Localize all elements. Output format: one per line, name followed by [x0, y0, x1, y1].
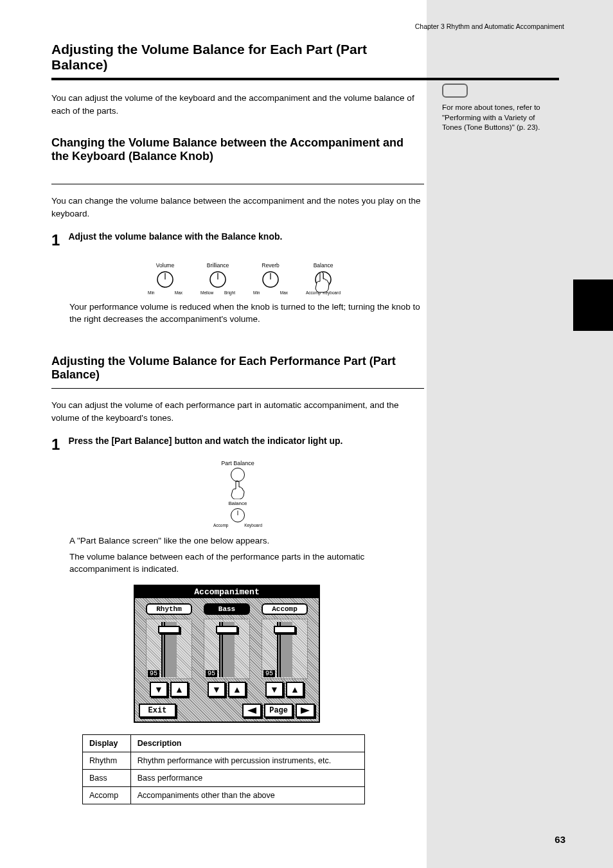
step-instruction: Adjust the volume balance with the Balan…: [68, 231, 409, 242]
section-title: Adjusting the Volume Balance for Each Pa…: [51, 42, 424, 73]
table-row: Rhythm Rhythm performance with percussio…: [83, 752, 365, 769]
accomp-slider: Accomp 95 ▼ ▲: [262, 603, 308, 698]
rhythm-slider: Rhythm 95 ▼ ▲: [146, 603, 192, 698]
table-row: Bass Bass performance: [83, 769, 365, 786]
body-text: Your performance volume is reduced when …: [69, 301, 424, 326]
step-number: 1: [51, 231, 66, 249]
part-balance-button-figure: Part Balance Balance AccompKeyboard: [212, 460, 263, 527]
figure-label: Balance: [212, 500, 263, 506]
divider: [51, 388, 424, 389]
step-instruction: Press the [Part Balance] button and watc…: [68, 436, 409, 446]
body-text: You can adjust the volume of each perfor…: [51, 399, 424, 424]
subsection-title: Adjusting the Volume Balance for Each Pe…: [51, 355, 424, 382]
screen-title: Accompaniment: [135, 586, 319, 598]
volume-knob: Volume MinMax: [148, 262, 182, 295]
down-arrow-button: ▼: [150, 682, 168, 697]
down-arrow-button: ▼: [265, 682, 283, 697]
knob-icon: [208, 270, 227, 289]
subsection-title: Changing the Volume Balance between the …: [51, 136, 424, 163]
parts-description-table: Display Description Rhythm Rhythm perfor…: [82, 734, 365, 804]
table-header: Description: [130, 734, 364, 752]
svg-marker-9: [247, 707, 256, 714]
bass-slider: Bass 95 ▼ ▲: [204, 603, 250, 698]
body-text: A "Part Balance screen" like the one bel…: [69, 535, 424, 547]
up-arrow-button: ▲: [228, 682, 246, 697]
balance-knob: Balance AccompKeyboard: [306, 262, 341, 295]
page-next-button: [296, 704, 315, 718]
body-text: The volume balance between each of the p…: [69, 551, 424, 576]
table-row: Accomp Accompaniments other than the abo…: [83, 786, 365, 804]
page-number: 63: [555, 834, 565, 845]
page-prev-button: [242, 704, 262, 718]
down-arrow-button: ▼: [208, 682, 226, 697]
margin-note: For more about tones, refer to "Performi…: [442, 103, 551, 133]
up-arrow-button: ▲: [170, 682, 188, 697]
exit-button: Exit: [139, 704, 176, 718]
memo-icon: [442, 84, 468, 98]
pointing-hand-icon: [230, 480, 245, 499]
lcd-screen-figure: Accompaniment Rhythm 95 ▼ ▲ Bass 95: [134, 585, 320, 723]
intro-text: You can adjust the volume of the keyboar…: [51, 92, 424, 117]
step-row: 1 Adjust the volume balance with the Bal…: [51, 231, 424, 249]
knob-icon: [155, 270, 175, 289]
divider: [51, 78, 559, 80]
table-header: Display: [83, 734, 131, 752]
brilliance-knob: Brilliance MellowBright: [200, 262, 235, 295]
step-number: 1: [51, 436, 66, 454]
reverb-knob: Reverb MinMax: [253, 262, 288, 295]
knob-icon: [261, 270, 280, 289]
body-text: You can change the volume balance betwee…: [51, 195, 424, 220]
divider: [51, 184, 424, 184]
up-arrow-button: ▲: [286, 682, 304, 697]
step-row: 1 Press the [Part Balance] button and wa…: [51, 436, 424, 454]
svg-marker-10: [301, 707, 310, 714]
knob-icon: [231, 508, 245, 522]
chapter-tab-marker: [573, 279, 613, 331]
oval-button-icon: [231, 468, 245, 482]
pointing-hand-icon: [314, 271, 330, 293]
page-indicator: Page: [264, 704, 293, 718]
figure-label: Part Balance: [212, 460, 263, 466]
running-head: Chapter 3 Rhythm and Automatic Accompani…: [415, 22, 564, 30]
knob-panel-figure: Volume MinMax Brilliance MellowBright Re…: [148, 262, 424, 295]
